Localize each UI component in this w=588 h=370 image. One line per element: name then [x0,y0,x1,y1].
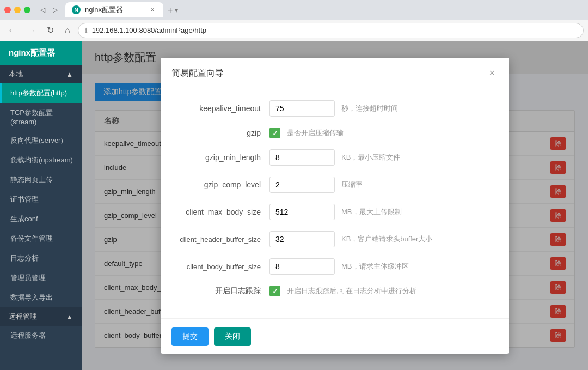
sidebar-item-http[interactable]: http参数配置(http) [0,83,82,103]
header-buf-input[interactable] [270,231,335,247]
sidebar-item-remote[interactable]: 远程服务器 [0,326,82,345]
tab-back-btn[interactable]: ◁ [37,4,48,16]
address-info-icon: ℹ [85,27,88,34]
modal-footer: 提交 关闭 [161,318,509,354]
modal-body: keepalive_timeout 秒，连接超时时间 gzip 是否开启压缩传输 [161,89,509,318]
form-row-gzip-min: gzip_min_length KB，最小压缩文件 [171,149,498,166]
form-row-body-buf: client_body_buffer_size MB，请求主体缓冲区 [171,258,498,275]
remote-group-header[interactable]: 远程管理 ▲ [0,307,82,326]
keepalive-hint: 秒，连接超时时间 [341,104,398,113]
forward-btn[interactable]: → [24,23,39,38]
sidebar-item-dataio[interactable]: 数据导入导出 [0,288,82,307]
back-btn[interactable]: ← [4,23,20,38]
gzip-comp-label: gzip_comp_level [171,180,270,189]
gzip-hint: 是否开启压缩传输 [287,128,344,138]
body-buf-hint: MB，请求主体缓冲区 [341,262,409,271]
gzip-min-input[interactable] [270,149,335,166]
keepalive-input[interactable] [270,100,335,117]
browser-navbar: ← → ↻ ⌂ ℹ 192.168.1.100:8080/adminPage/h… [0,20,588,41]
gzip-min-label: gzip_min_length [171,153,270,162]
tab-close-btn[interactable]: × [148,5,157,14]
refresh-btn[interactable]: ↻ [44,23,57,38]
sidebar-item-admin[interactable]: 管理员管理 [0,268,82,288]
browser-titlebar: ◁ ▷ N nginx配置器 × + ▾ [0,0,588,20]
header-buf-label: client_header_buffer_size [171,235,270,244]
tab-forward-btn[interactable]: ▷ [50,4,61,16]
sidebar-item-static[interactable]: 静态网页上传 [0,170,82,190]
log-tracking-label: 开启日志跟踪 [171,286,270,296]
log-tracking-checkbox[interactable] [270,286,280,296]
browser-tab[interactable]: N nginx配置器 × [65,2,163,17]
close-btn[interactable]: 关闭 [214,327,251,346]
new-tab-btn[interactable]: + ▾ [163,3,182,17]
app-container: nginx配置器 本地 ▲ http参数配置(http) TCP参数配置(str… [0,41,588,370]
max-body-hint: MB，最大上传限制 [341,207,402,217]
remote-section: 远程管理 ▲ 远程服务器 [0,307,82,345]
form-row-keepalive: keepalive_timeout 秒，连接超时时间 [171,100,498,117]
gzip-comp-input[interactable] [270,177,335,193]
body-buf-input[interactable] [270,258,335,275]
form-row-gzip: gzip 是否开启压缩传输 [171,128,498,138]
config-wizard-modal: 简易配置向导 × keepalive_timeout 秒，连接超时时间 gzip [161,58,509,354]
keepalive-label: keepalive_timeout [171,104,270,113]
log-tracking-hint: 开启日志跟踪后,可在日志分析中进行分析 [287,286,416,296]
tab-favicon: N [72,5,81,14]
local-section: 本地 ▲ http参数配置(http) TCP参数配置(stream) 反向代理… [0,65,82,307]
gzip-min-hint: KB，最小压缩文件 [341,153,400,162]
form-row-max-body: client_max_body_size MB，最大上传限制 [171,204,498,220]
body-buf-label: client_body_buffer_size [171,263,270,271]
form-row-header-buf: client_header_buffer_size KB，客户端请求头buffe… [171,231,498,247]
sidebar-item-stream[interactable]: TCP参数配置(stream) [0,103,82,131]
home-btn[interactable]: ⌂ [62,23,74,38]
form-row-gzip-comp: gzip_comp_level 压缩率 [171,177,498,193]
sidebar-item-server[interactable]: 反向代理(server) [0,131,82,150]
max-body-label: client_max_body_size [171,208,270,216]
window-maximize-btn[interactable] [24,7,30,13]
sidebar-item-log[interactable]: 日志分析 [0,248,82,268]
form-row-log-tracking: 开启日志跟踪 开启日志跟踪后,可在日志分析中进行分析 [171,286,498,296]
local-group-header[interactable]: 本地 ▲ [0,65,82,83]
sidebar-item-upstream[interactable]: 负载均衡(upstream) [0,150,82,170]
gzip-comp-hint: 压缩率 [341,180,363,190]
address-text: 192.168.1.100:8080/adminPage/http [92,26,206,34]
sidebar-brand: nginx配置器 [0,41,82,65]
gzip-checkbox[interactable] [270,128,280,138]
modal-close-btn[interactable]: × [486,66,498,80]
sidebar-item-cert[interactable]: 证书管理 [0,190,82,209]
sidebar: nginx配置器 本地 ▲ http参数配置(http) TCP参数配置(str… [0,41,82,370]
submit-btn[interactable]: 提交 [171,327,209,346]
tab-title: nginx配置器 [85,5,123,15]
sidebar-item-backup[interactable]: 备份文件管理 [0,229,82,248]
sidebar-item-genconf[interactable]: 生成conf [0,209,82,229]
window-close-btn[interactable] [4,7,11,13]
modal-overlay: 简易配置向导 × keepalive_timeout 秒，连接超时时间 gzip [82,41,588,370]
main-content: http参数配置 添加http参数配置 简易配置向导 名称 keepalive_… [82,41,588,370]
window-minimize-btn[interactable] [14,7,21,13]
modal-title: 简易配置向导 [171,68,224,79]
max-body-input[interactable] [270,204,335,220]
modal-header: 简易配置向导 × [161,58,509,89]
gzip-label: gzip [171,129,270,137]
address-bar[interactable]: ℹ 192.168.1.100:8080/adminPage/http [78,23,584,38]
header-buf-hint: KB，客户端请求头buffer大小 [341,234,432,244]
